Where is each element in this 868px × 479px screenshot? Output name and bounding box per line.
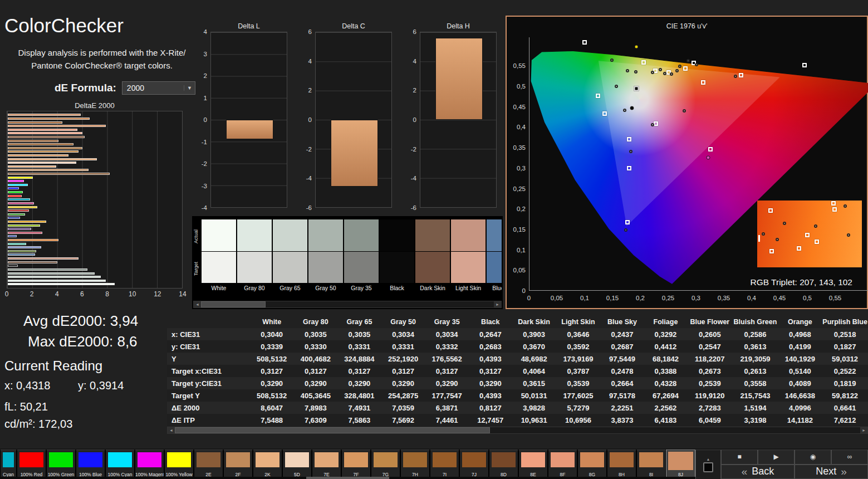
- x-tick-label: 8: [105, 290, 109, 298]
- delta-bar: [435, 38, 482, 120]
- y-tick-label: 4: [308, 58, 312, 65]
- toolbar-swatch-8j[interactable]: 8J: [666, 449, 695, 479]
- swatch-scrollbar[interactable]: ◄ ►: [193, 301, 502, 308]
- back-button[interactable]: « Back: [721, 465, 795, 479]
- toolbar-swatch-100-yellow[interactable]: 100% Yellow: [164, 449, 194, 479]
- toolbar-swatch-cyan[interactable]: Cyan: [0, 449, 17, 479]
- toolbar-swatch-2f[interactable]: 2F: [223, 449, 253, 479]
- table-cell: 10,6956: [556, 414, 601, 426]
- target-swatch: [344, 251, 379, 283]
- table-cell: 67,2694: [644, 389, 688, 402]
- table-cell: 7,8983: [294, 402, 338, 414]
- de-bar: [8, 187, 19, 189]
- expand-arrow-icon: ▲: [707, 457, 710, 461]
- target-marker: [832, 207, 837, 212]
- y-tick-label: 1: [204, 95, 207, 101]
- table-cell: 119,9120: [687, 389, 732, 402]
- de-bar-row: [8, 227, 182, 231]
- rgb-triplet-label: RGB Triplet: 207, 143, 102: [750, 277, 852, 287]
- y-tick-label: 3: [204, 51, 207, 57]
- table-cell: 0,8127: [469, 402, 512, 414]
- play-button[interactable]: ▶: [758, 449, 795, 465]
- x-tick-label: 0,15: [606, 295, 619, 301]
- scroll-right-button[interactable]: ►: [494, 301, 501, 307]
- scroll-thumb[interactable]: [201, 301, 266, 307]
- table-row: Y508,5132400,4682324,8884252,1920176,556…: [167, 353, 868, 365]
- table-cell: 405,3645: [294, 389, 338, 402]
- scroll-track[interactable]: [201, 301, 494, 307]
- table-cell: 0,3646: [556, 328, 601, 340]
- swatch-column: Blue Sky: [487, 219, 502, 293]
- de-bar-row: [8, 260, 182, 264]
- toolbar-swatch-2k[interactable]: 2K: [253, 449, 282, 479]
- continuous-measure-button[interactable]: ∞: [831, 449, 868, 465]
- row-label: ΔE 2000: [167, 402, 250, 414]
- toolbar-swatch-7f[interactable]: 7F: [341, 449, 371, 479]
- table-cell: 97,5449: [600, 353, 644, 365]
- next-button[interactable]: Next »: [795, 465, 868, 479]
- de-bar: [8, 180, 24, 182]
- toolbar-swatch-100-blue[interactable]: 100% Blue: [76, 449, 105, 479]
- toolbar-swatch-8d[interactable]: 8D: [489, 449, 518, 479]
- scroll-track[interactable]: [175, 427, 860, 433]
- scroll-left-button[interactable]: ◄: [194, 301, 201, 307]
- toolbar-swatch-100-magenta[interactable]: 100% Magenta: [135, 449, 164, 479]
- toolbar-swatch-8f[interactable]: 8F: [548, 449, 577, 479]
- target-row-label: Target: [193, 253, 200, 284]
- scroll-right-button[interactable]: ►: [860, 427, 867, 433]
- scroll-left-button[interactable]: ◄: [168, 427, 175, 433]
- table-cell: 328,4801: [337, 389, 381, 402]
- delta-chart-title: Delta H: [420, 22, 497, 32]
- de-formula-label: dE Formula:: [55, 82, 116, 94]
- de-bar-row: [8, 139, 182, 143]
- de-bar-row: [8, 150, 182, 154]
- y-tick-label: -2: [202, 160, 207, 167]
- toolbar-swatch-8h[interactable]: 8H: [607, 449, 636, 479]
- table-scrollbar[interactable]: ◄ ►: [167, 427, 868, 434]
- measurement-marker: [783, 222, 786, 225]
- toolbar-swatch-2e[interactable]: 2E: [194, 449, 223, 479]
- toolbar-swatch-7i[interactable]: 7I: [430, 449, 459, 479]
- toolbar-swatch-100-red[interactable]: 100% Red: [17, 449, 46, 479]
- table-cell: 0,3127: [337, 365, 381, 377]
- scroll-thumb[interactable]: [175, 427, 490, 433]
- table-cell: 0,3290: [381, 377, 425, 389]
- chevron-down-icon: ▼: [184, 85, 195, 91]
- de-bar: [8, 173, 110, 175]
- meter-button[interactable]: ◉: [795, 449, 831, 465]
- swatch-color: [256, 452, 279, 467]
- de-bar: [8, 235, 17, 237]
- de-bar-row: [8, 220, 182, 224]
- toolbar-swatch-7e[interactable]: 7E: [312, 449, 341, 479]
- scroll-thumb[interactable]: [306, 477, 390, 479]
- x-tick-label: 0,5: [803, 295, 812, 301]
- current-fl-value: fL: 50,21: [4, 400, 48, 413]
- toolbar-swatch-7g[interactable]: 7G: [371, 449, 400, 479]
- column-header: Black: [469, 315, 512, 328]
- toolbar-swatch-5d[interactable]: 5D: [282, 449, 312, 479]
- toolbar-controls: ▲ ■▶◉∞ « Back Next »: [695, 449, 868, 479]
- toolbar-swatch-7h[interactable]: 7H: [400, 449, 430, 479]
- table-cell: 0,4968: [778, 328, 822, 340]
- table-row: x: CIE310,30400,30350,30350,30340,30340,…: [167, 328, 868, 340]
- toolbar-swatch-8g[interactable]: 8G: [577, 449, 607, 479]
- x-tick-label: 12: [154, 290, 161, 298]
- y-tick-label: -2: [411, 146, 416, 153]
- toolbar-swatch-8i[interactable]: 8I: [636, 449, 666, 479]
- de-bar: [8, 125, 106, 127]
- stop-button[interactable]: ■: [721, 449, 758, 465]
- swatch-color: [668, 452, 693, 470]
- toolbar-swatch-100-cyan[interactable]: 100% Cyan: [105, 449, 135, 479]
- de-formula-select[interactable]: 2000 ▼: [122, 81, 195, 95]
- toolbar-swatch-7j[interactable]: 7J: [459, 449, 489, 479]
- de-bar: [8, 232, 42, 234]
- toolbar-swatch-8e[interactable]: 8E: [518, 449, 548, 479]
- de-bar: [8, 191, 23, 193]
- toolbar-scrollbar[interactable]: [0, 477, 695, 479]
- pattern-window-button[interactable]: ▲: [695, 449, 721, 479]
- actual-swatch: [380, 219, 414, 251]
- swatch-column: Gray 65: [273, 219, 307, 293]
- table-cell: 177,7547: [425, 389, 469, 402]
- toolbar-swatch-100-green[interactable]: 100% Green: [46, 449, 76, 479]
- de-bar: [8, 280, 106, 282]
